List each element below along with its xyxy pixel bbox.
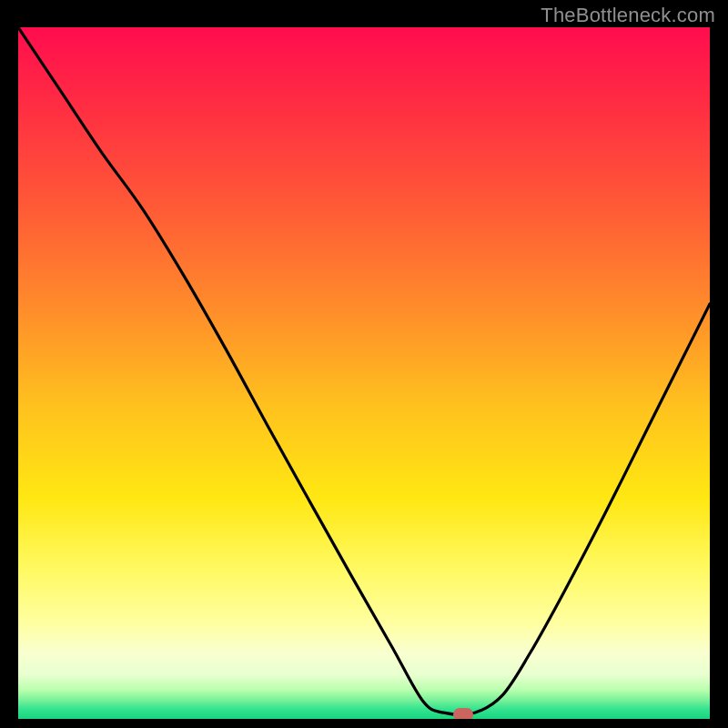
curve-path xyxy=(18,27,710,714)
bottleneck-curve xyxy=(18,27,710,719)
chart-stage: TheBottleneck.com xyxy=(0,0,728,728)
optimal-marker xyxy=(453,708,473,719)
plot-area xyxy=(18,27,710,719)
watermark-text: TheBottleneck.com xyxy=(541,4,715,27)
